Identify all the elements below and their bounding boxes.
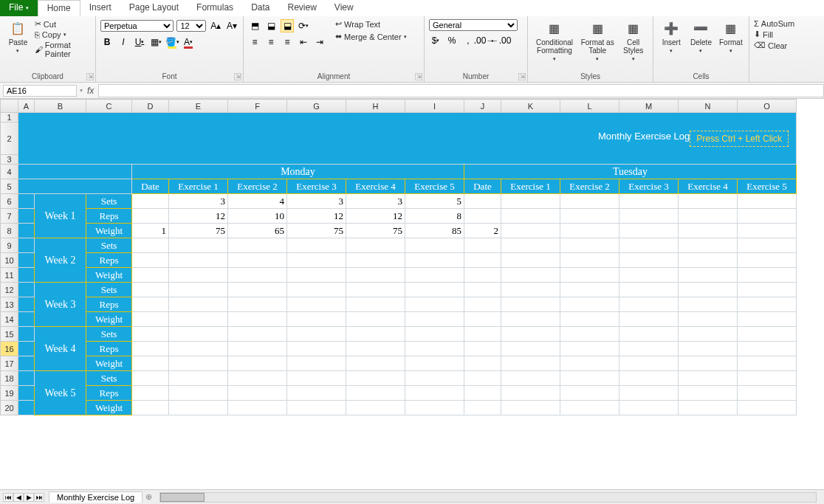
- tab-formulas[interactable]: Formulas: [188, 0, 242, 16]
- percent-button[interactable]: %: [445, 34, 459, 47]
- brush-icon: 🖌: [35, 45, 43, 54]
- fill-icon: ⬇: [754, 30, 761, 39]
- format-cells-button[interactable]: ▦Format▾: [718, 19, 744, 54]
- clear-icon: ⌫: [754, 41, 766, 50]
- tab-data[interactable]: Data: [242, 0, 278, 16]
- align-bottom-button[interactable]: ⬓: [281, 19, 294, 32]
- tab-nav[interactable]: ⏮ ◀ ▶ ⏭: [0, 493, 47, 502]
- bold-button[interactable]: B: [100, 35, 114, 49]
- delete-icon: ➖: [692, 19, 710, 37]
- group-label-number: Number: [429, 72, 523, 80]
- cond-format-icon: ▦: [546, 19, 563, 37]
- sheet-title: Monthly Exercise Log: [598, 131, 690, 142]
- merge-icon: ⬌: [335, 32, 342, 41]
- align-middle-button[interactable]: ⬓: [264, 19, 278, 32]
- tab-page-layout[interactable]: Page Layout: [120, 0, 188, 16]
- border-button[interactable]: ▦▾: [149, 35, 162, 49]
- format-as-table-button[interactable]: ▦Format as Table▾: [580, 19, 615, 62]
- hint-box: Press Ctrl + Left Click: [690, 131, 789, 147]
- cut-button[interactable]: ✂Cut: [35, 19, 91, 29]
- scissors-icon: ✂: [35, 19, 41, 29]
- decrease-indent-button[interactable]: ⇤: [297, 35, 310, 49]
- file-tab[interactable]: File ▾: [0, 0, 38, 16]
- font-launcher[interactable]: ⇲: [234, 73, 241, 80]
- group-label-cells: Cells: [658, 72, 744, 80]
- format-icon: ▦: [722, 19, 740, 37]
- currency-button[interactable]: $▾: [429, 34, 442, 47]
- tab-home[interactable]: Home: [38, 0, 80, 16]
- group-label-styles: Styles: [532, 72, 648, 80]
- copy-icon: ⎘: [35, 30, 40, 39]
- number-launcher[interactable]: ⇲: [518, 73, 526, 80]
- wrap-icon: ↩: [335, 19, 342, 29]
- cell-styles-button[interactable]: ▦Cell Styles▾: [618, 19, 648, 62]
- sigma-icon: Σ: [754, 19, 759, 28]
- name-box[interactable]: [3, 85, 77, 97]
- group-label-alignment: Alignment: [248, 72, 419, 80]
- group-label-clipboard: Clipboard: [4, 72, 91, 80]
- paste-button[interactable]: 📋 Paste▾: [4, 19, 32, 54]
- fx-icon[interactable]: fx: [83, 86, 98, 96]
- sheet-tab[interactable]: Monthly Exercise Log: [49, 491, 143, 503]
- ribbon: 📋 Paste▾ ✂Cut ⎘Copy▾ 🖌Format Painter Cli…: [0, 16, 824, 83]
- sheet-tabs-bar: ⏮ ◀ ▶ ⏭ Monthly Exercise Log ⊕: [0, 489, 824, 504]
- day-header-monday: Monday: [132, 165, 464, 179]
- fill-button[interactable]: ⬇Fill: [754, 30, 789, 39]
- autosum-button[interactable]: ΣAutoSum: [754, 19, 789, 28]
- insert-icon: ➕: [662, 19, 680, 37]
- orientation-button[interactable]: ⟳▾: [297, 19, 310, 32]
- spreadsheet-grid[interactable]: ABC DEF GHI JKL MNO 1 Monthly Exercise L…: [0, 99, 824, 489]
- menu-bar: File ▾ Home Insert Page Layout Formulas …: [0, 0, 824, 16]
- week-label: Week 1: [35, 194, 86, 238]
- scrollbar-thumb[interactable]: [160, 493, 205, 502]
- table-icon: ▦: [588, 19, 606, 37]
- next-sheet-icon[interactable]: ▶: [24, 493, 34, 502]
- tab-review[interactable]: Review: [278, 0, 325, 16]
- first-sheet-icon[interactable]: ⏮: [3, 493, 13, 502]
- font-name-select[interactable]: Perpetua: [100, 20, 174, 32]
- fill-color-button[interactable]: 🪣▾: [165, 35, 179, 49]
- cell-styles-icon: ▦: [625, 19, 642, 37]
- insert-cells-button[interactable]: ➕Insert▾: [658, 19, 684, 54]
- select-all-corner[interactable]: [1, 100, 18, 113]
- formula-bar: ▾ fx: [0, 83, 824, 99]
- increase-indent-button[interactable]: ⇥: [313, 35, 326, 49]
- grow-font-button[interactable]: A▴: [209, 19, 222, 32]
- align-center-button[interactable]: ≡: [264, 35, 278, 49]
- copy-button[interactable]: ⎘Copy▾: [35, 30, 91, 39]
- clear-button[interactable]: ⌫Clear: [754, 41, 789, 50]
- row-header[interactable]: 1: [1, 113, 18, 122]
- increase-decimal-button[interactable]: .00→: [478, 34, 491, 47]
- prev-sheet-icon[interactable]: ◀: [13, 493, 24, 502]
- clipboard-launcher[interactable]: ⇲: [86, 73, 94, 80]
- format-painter-button[interactable]: 🖌Format Painter: [35, 41, 91, 58]
- paste-icon: 📋: [9, 19, 27, 37]
- wrap-text-button[interactable]: ↩Wrap Text: [335, 19, 407, 29]
- last-sheet-icon[interactable]: ⏭: [34, 493, 44, 502]
- font-color-button[interactable]: A▾: [182, 35, 195, 49]
- comma-button[interactable]: ,: [461, 34, 475, 47]
- group-label-font: Font: [100, 72, 238, 80]
- font-size-select[interactable]: 12: [176, 20, 206, 32]
- formula-input[interactable]: [98, 84, 824, 97]
- underline-button[interactable]: U▾: [133, 35, 146, 49]
- italic-button[interactable]: I: [117, 35, 130, 49]
- number-format-select[interactable]: General: [429, 19, 518, 31]
- alignment-launcher[interactable]: ⇲: [415, 73, 422, 80]
- tab-insert[interactable]: Insert: [80, 0, 120, 16]
- merge-center-button[interactable]: ⬌Merge & Center▾: [335, 32, 407, 41]
- align-right-button[interactable]: ≡: [281, 35, 294, 49]
- new-sheet-icon[interactable]: ⊕: [145, 492, 152, 502]
- decrease-decimal-button[interactable]: ←.00: [494, 34, 507, 47]
- shrink-font-button[interactable]: A▾: [225, 19, 238, 32]
- conditional-formatting-button[interactable]: ▦Conditional Formatting▾: [532, 19, 577, 62]
- tab-view[interactable]: View: [326, 0, 363, 16]
- horizontal-scrollbar[interactable]: [159, 492, 817, 503]
- day-header-tuesday: Tuesday: [464, 165, 797, 179]
- delete-cells-button[interactable]: ➖Delete▾: [687, 19, 714, 54]
- align-top-button[interactable]: ⬒: [248, 19, 261, 32]
- column-headers[interactable]: ABC DEF GHI JKL MNO: [1, 100, 797, 113]
- align-left-button[interactable]: ≡: [248, 35, 261, 49]
